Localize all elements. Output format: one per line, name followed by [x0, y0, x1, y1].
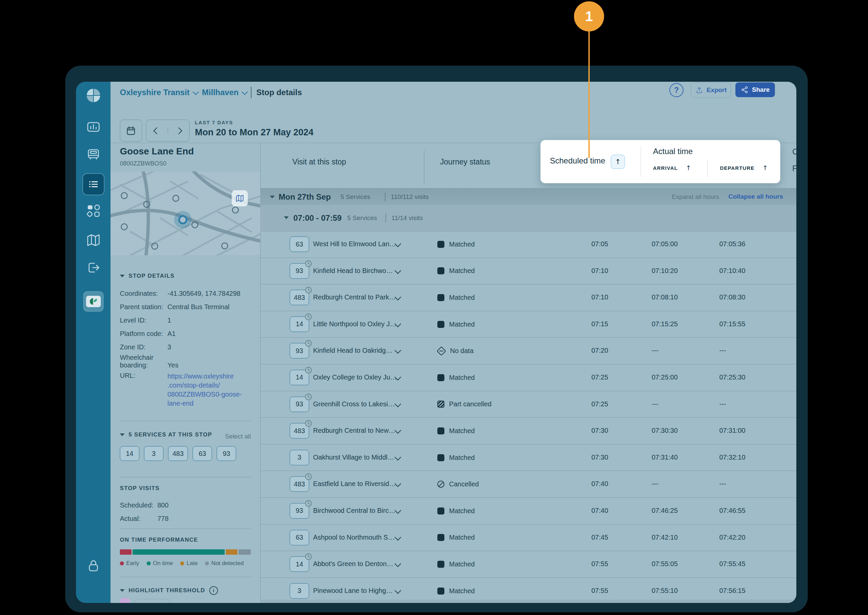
visit-row[interactable]: 483 Eastfield Lane to Riversid… Cancelle… — [260, 471, 796, 498]
otp-header: ON TIME PERFORMANCE — [120, 537, 198, 543]
column-header-journey: Journey status — [440, 158, 490, 167]
sign-out-icon[interactable] — [86, 260, 101, 275]
visit-row[interactable]: 3 Pinewood Lane to Highg… Matched 07:55 … — [260, 578, 796, 603]
analytics-icon[interactable] — [86, 119, 101, 135]
visit-row[interactable]: 63 Ashpool to Northmouth S… Matched 07:4… — [260, 524, 796, 551]
scheduled-time: 07:55 — [591, 560, 608, 568]
status-label: Matched — [449, 240, 475, 248]
route-label: Abbot's Green to Denton… — [313, 560, 393, 568]
route-label: Redburgh Central to New… — [313, 427, 396, 434]
vehicle-icon[interactable] — [86, 147, 101, 162]
column-header-scheduled[interactable]: Scheduled time — [550, 156, 605, 165]
chevron-down-icon[interactable] — [394, 427, 401, 434]
departure-time: 07:46:55 — [719, 507, 745, 515]
departure-time: --- — [719, 347, 726, 354]
visit-row[interactable]: 483 Redburgh Central to Park… Matched 07… — [260, 284, 796, 311]
service-badge: 14 — [290, 556, 309, 572]
chevron-down-icon[interactable] — [394, 454, 401, 460]
detail-row-url: URL:https://www.oxleyshire .com/stop-det… — [120, 370, 251, 409]
visits-table: Visit at this stop Journey status Schedu… — [260, 82, 796, 603]
stop-details-header[interactable]: STOP DETAILS — [120, 273, 175, 279]
visit-row[interactable]: 93 Birchwood Central to Birc… Matched 07… — [260, 498, 796, 524]
collapse-all-hours-link[interactable]: Collapse all hours — [728, 193, 783, 200]
clock-icon — [305, 260, 312, 267]
service-filter-chip[interactable]: 3 — [144, 446, 164, 461]
departure-time: --- — [719, 400, 726, 408]
app-logo[interactable] — [86, 88, 101, 103]
mini-map[interactable] — [111, 172, 260, 255]
service-badge: 93 — [290, 343, 309, 358]
visit-row[interactable]: 63 West Hill to Elmwood Lan… Matched 07:… — [260, 231, 796, 258]
departure-time: 07:31:00 — [719, 427, 745, 434]
service-filter-chips: 1434836393 — [120, 446, 236, 461]
column-header-actual: Actual time — [653, 147, 693, 156]
chevron-down-icon[interactable] — [394, 267, 401, 274]
annotation-badge: 1 — [574, 2, 604, 31]
visit-row[interactable]: 14 Little Northpool to Oxley J… Matched … — [260, 311, 796, 338]
blocks-icon[interactable] — [86, 203, 101, 219]
callout-card: Scheduled time ↑ Actual time ARRIVAL↑ DE… — [541, 140, 780, 183]
visit-row[interactable]: 483 Redburgh Central to New… Matched 07:… — [260, 418, 796, 445]
status-label: Matched — [449, 560, 475, 568]
status-label: Matched — [449, 320, 475, 328]
visit-rows: 63 West Hill to Elmwood Lan… Matched 07:… — [260, 231, 796, 603]
detail-row: Level ID:1 — [120, 312, 251, 326]
service-filter-chip[interactable]: 14 — [120, 446, 139, 461]
arrival-time: --- — [652, 347, 658, 354]
scheduled-time: 07:30 — [591, 427, 608, 434]
chevron-down-icon[interactable] — [394, 401, 401, 407]
expand-all-hours-link[interactable]: Expand all hours — [672, 193, 719, 201]
route-label: Birchwood Central to Birc… — [313, 507, 396, 515]
visit-row[interactable]: 14 Oxley College to Oxley Ju… Matched 07… — [260, 364, 796, 391]
select-all-link[interactable]: Select all — [225, 433, 251, 440]
map-icon[interactable] — [86, 233, 101, 248]
service-badge: 483 — [290, 476, 309, 492]
highlight-threshold-header[interactable]: HIGHLIGHT THRESHOLD i — [120, 586, 218, 595]
visit-row[interactable]: 3 Oakhurst Village to Middl… Matched 07:… — [260, 445, 796, 471]
info-icon[interactable]: i — [209, 586, 218, 595]
status-label: Part cancelled — [449, 400, 492, 408]
status-label: Matched — [449, 267, 475, 275]
scheduled-time: 07:20 — [591, 347, 608, 354]
route-label: Oxley College to Oxley Ju… — [313, 373, 397, 381]
visit-stat-row: Actual:778 — [120, 510, 168, 524]
arrival-time: 07:15:25 — [652, 320, 678, 328]
visit-row[interactable]: 93 Kinfield Head to Oakridg… No data 07:… — [260, 338, 796, 364]
service-filter-chip[interactable]: 483 — [168, 446, 188, 461]
service-badge: 14 — [290, 317, 309, 332]
arrival-time: --- — [652, 400, 658, 408]
sidebar-item-stop-list[interactable] — [83, 173, 104, 195]
chevron-down-icon[interactable] — [394, 560, 401, 567]
threshold-control-partial[interactable] — [135, 599, 170, 603]
services-header[interactable]: 5 SERVICES AT THIS STOP — [120, 431, 212, 438]
visit-row[interactable]: 93 Greenhill Cross to Lakesi… Part cance… — [260, 391, 796, 418]
status-icon — [437, 561, 444, 568]
sort-ascending-button[interactable]: ↑ — [611, 155, 625, 169]
service-badge: 483 — [290, 423, 309, 439]
chevron-down-icon[interactable] — [394, 534, 401, 541]
service-filter-chip[interactable]: 93 — [217, 446, 236, 461]
status-label: Matched — [449, 587, 475, 595]
detail-row: Zone ID:3 — [120, 339, 251, 353]
threshold-chip-partial[interactable] — [120, 598, 130, 603]
otp-segment-on-time — [132, 549, 224, 555]
service-filter-chip[interactable]: 63 — [193, 446, 212, 461]
arrival-time: 07:10:20 — [652, 267, 678, 275]
chevron-down-icon[interactable] — [394, 507, 401, 514]
chevron-down-icon[interactable] — [394, 587, 401, 594]
partner-app-icon[interactable] — [83, 292, 103, 312]
route-label: Kinfield Head to Birchwo… — [313, 267, 393, 275]
stop-url-link[interactable]: https://www.oxleyshire .com/stop-details… — [167, 372, 242, 408]
hour-group-row[interactable]: 07:00 - 07:59 5 Services 11/14 visits — [260, 205, 796, 231]
column-header-departure[interactable]: DEPARTURE↑ — [720, 164, 768, 172]
collapse-triangle-icon — [120, 589, 125, 592]
column-header-arrival[interactable]: ARRIVAL↑ — [653, 164, 692, 172]
arrival-time: 07:05:00 — [652, 240, 678, 248]
scheduled-time: 07:10 — [591, 293, 608, 301]
day-group-row[interactable]: Mon 27th Sep 5 Services 110/112 visits E… — [260, 188, 796, 206]
chevron-down-icon[interactable] — [394, 347, 401, 354]
visit-row[interactable]: 93 Kinfield Head to Birchwo… Matched 07:… — [260, 258, 796, 285]
expand-map-button[interactable] — [232, 190, 248, 206]
visit-row[interactable]: 14 Abbot's Green to Denton… Matched 07:5… — [260, 551, 796, 578]
next-hour-group-row-partial[interactable]: 08:00 - 08:59 5 Services — [260, 599, 796, 603]
